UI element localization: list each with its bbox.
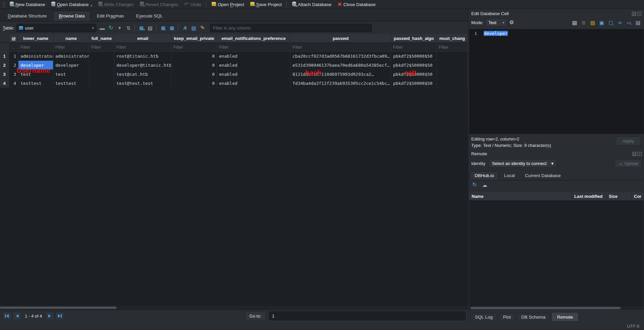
filter-any-column-input[interactable]: Filter in any column bbox=[210, 24, 372, 32]
grid-cell[interactable]: developer@titanic.htb bbox=[114, 61, 171, 70]
remote-table-body[interactable] bbox=[469, 201, 644, 306]
save-file-icon[interactable]: ▣ bbox=[598, 19, 605, 26]
next-record-button[interactable] bbox=[45, 312, 54, 320]
filter-input-keep_email_private[interactable]: Filter bbox=[171, 43, 217, 52]
row-number[interactable]: 4 bbox=[0, 79, 9, 88]
filter-input-id[interactable]: … bbox=[9, 43, 18, 52]
clear-filter-icon[interactable]: ▼ bbox=[116, 24, 124, 32]
row-number[interactable]: 1 bbox=[0, 52, 9, 61]
filter-input-must_chang[interactable]: Filter bbox=[437, 43, 468, 52]
revert-changes-button[interactable]: ↺ Revert Changes bbox=[137, 1, 181, 8]
new-database-button[interactable]: + New Database bbox=[7, 1, 48, 8]
dock-tab-plot[interactable]: Plot bbox=[499, 313, 515, 321]
grid-cell[interactable] bbox=[437, 61, 468, 70]
grid-cell[interactable]: testtest bbox=[53, 79, 89, 88]
remote-tab-dbhub-io[interactable]: DBHub.io bbox=[470, 171, 499, 180]
close-dock-icon[interactable]: × bbox=[638, 152, 642, 156]
remote-hscrollbar[interactable] bbox=[469, 306, 644, 310]
first-record-button[interactable] bbox=[3, 312, 11, 320]
column-header-must_chang[interactable]: must_chang bbox=[437, 34, 468, 43]
remote-tab-current-database[interactable]: Current Database bbox=[520, 171, 566, 180]
row-number[interactable]: 2 bbox=[0, 61, 9, 70]
undo-button[interactable]: ↶ Undo bbox=[181, 1, 204, 8]
column-header-email_notifications_preference[interactable]: email_notifications_preference bbox=[217, 34, 290, 43]
dock-tab-remote[interactable]: Remote bbox=[551, 312, 579, 322]
float-dock-icon[interactable] bbox=[632, 152, 636, 156]
goto-input[interactable]: 1 bbox=[269, 312, 466, 320]
apply-button[interactable]: Apply bbox=[616, 136, 641, 146]
grid-cell[interactable]: testtest bbox=[18, 79, 53, 88]
grid-cell[interactable]: root@titanic.htb bbox=[114, 52, 171, 61]
grid-cell[interactable]: 1 bbox=[9, 52, 18, 61]
set-null-icon[interactable]: ▭− bbox=[626, 19, 632, 26]
table-select[interactable]: user ▾ bbox=[16, 24, 96, 32]
sort-icon[interactable]: ⇅ bbox=[124, 24, 132, 32]
column-header-passwd[interactable]: passwd bbox=[290, 34, 391, 43]
grid-cell[interactable]: e531d398946137baea70ed6a680a54385ecf… bbox=[290, 61, 391, 70]
grid-hscrollbar[interactable] bbox=[0, 306, 468, 310]
tab-edit-pragmas[interactable]: Edit Pragmas bbox=[91, 11, 130, 21]
grid-cell[interactable]: 0 bbox=[171, 52, 217, 61]
import-file-icon[interactable]: ▨ bbox=[589, 19, 596, 26]
grid-cell[interactable]: administrator bbox=[53, 52, 89, 61]
copy-link-icon[interactable]: ∞ bbox=[616, 19, 623, 26]
grid-cell[interactable]: 0 bbox=[171, 61, 217, 70]
grid-cell[interactable]: administrator bbox=[18, 52, 53, 61]
grid-cell[interactable]: enabled bbox=[217, 52, 290, 61]
column-header-passwd_hash_algo[interactable]: passwd_hash_algo bbox=[391, 34, 437, 43]
filter-input-passwd_hash_algo[interactable]: Filter bbox=[391, 43, 437, 52]
open-database-button[interactable]: → Open Database ▾ bbox=[49, 1, 95, 8]
filter-input-name[interactable]: Filter bbox=[53, 43, 89, 52]
print-icon[interactable]: ▤ bbox=[146, 24, 154, 32]
remote-column-size[interactable]: Size bbox=[606, 192, 632, 201]
column-header-full_name[interactable]: full_name bbox=[89, 34, 114, 43]
close-dock-icon[interactable]: × bbox=[637, 12, 641, 16]
grid-cell[interactable]: enabled bbox=[217, 79, 290, 88]
last-record-button[interactable] bbox=[55, 312, 64, 320]
grid-cell[interactable]: developer bbox=[53, 61, 89, 70]
column-header-id[interactable]: id bbox=[9, 34, 18, 43]
prev-record-button[interactable] bbox=[13, 312, 21, 320]
filter-input-email_notifications_preference[interactable]: Filter bbox=[217, 43, 290, 52]
goto-button[interactable]: Go to: bbox=[245, 312, 266, 320]
grid-cell[interactable] bbox=[89, 61, 114, 70]
remote-column-cor[interactable]: Cor bbox=[632, 192, 644, 201]
identity-select[interactable]: Select an identity to connect ▾ bbox=[489, 159, 557, 168]
edit-pencil-icon[interactable]: ✎ bbox=[199, 24, 207, 32]
row-number[interactable]: 3 bbox=[0, 70, 9, 79]
print-icon[interactable]: ▤ bbox=[635, 19, 641, 26]
attach-database-button[interactable]: ∞ Attach Database bbox=[289, 1, 334, 8]
remote-column-name[interactable]: Name bbox=[469, 192, 572, 201]
export-records-icon[interactable]: ▦→ bbox=[168, 24, 176, 32]
gear-icon[interactable]: ⚙ bbox=[509, 20, 514, 25]
float-dock-icon[interactable] bbox=[632, 12, 636, 16]
grid-cell[interactable]: fd34ba4da2f12f239ab935305cc2ce1c54bc… bbox=[290, 79, 391, 88]
save-view-icon[interactable]: ▬ bbox=[98, 24, 106, 32]
filter-input-full_name[interactable]: Filter bbox=[89, 43, 114, 52]
grid-cell[interactable] bbox=[89, 79, 114, 88]
open-project-button[interactable]: → Open Project bbox=[209, 1, 247, 8]
grid-cell[interactable] bbox=[437, 52, 468, 61]
grid-cell[interactable]: cba20ccf927d3ad0567b68161732d3fbca09… bbox=[290, 52, 391, 61]
column-header-lower_name[interactable]: lower_name bbox=[18, 34, 53, 43]
grid-cell[interactable]: enabled bbox=[217, 70, 290, 79]
grid-cell[interactable]: test@cat.htb bbox=[114, 70, 171, 79]
toolbar-drag-handle[interactable] bbox=[3, 2, 5, 7]
mode-select[interactable]: Text ▾ bbox=[485, 18, 507, 26]
refresh-icon[interactable]: ↻ bbox=[107, 24, 115, 32]
export-file-icon[interactable]: ▢→ bbox=[607, 19, 614, 26]
import-records-icon[interactable]: ▦→ bbox=[159, 24, 167, 32]
grid-cell[interactable]: pbkdf2$50000$50 bbox=[391, 79, 437, 88]
column-header-email[interactable]: email bbox=[114, 34, 171, 43]
remote-hscrollbar-thumb[interactable] bbox=[471, 307, 621, 309]
dock-tab-db-schema[interactable]: DB Schema bbox=[517, 313, 550, 321]
cell-editor[interactable]: 1 developer bbox=[469, 29, 644, 134]
binary-view-icon[interactable]: ≣ bbox=[580, 19, 587, 26]
column-header-keep_email_private[interactable]: keep_email_private bbox=[171, 34, 217, 43]
cloud-icon[interactable]: ☁ bbox=[481, 181, 488, 188]
write-changes-button[interactable]: ≡ Write Changes bbox=[96, 1, 137, 8]
clipboard-icon[interactable]: ▧ bbox=[190, 24, 198, 32]
save-project-button[interactable]: ▪ Save Project bbox=[248, 1, 285, 8]
filter-input-lower_name[interactable]: Filter bbox=[18, 43, 53, 52]
remote-column-last-modified[interactable]: Last modified bbox=[572, 192, 606, 201]
